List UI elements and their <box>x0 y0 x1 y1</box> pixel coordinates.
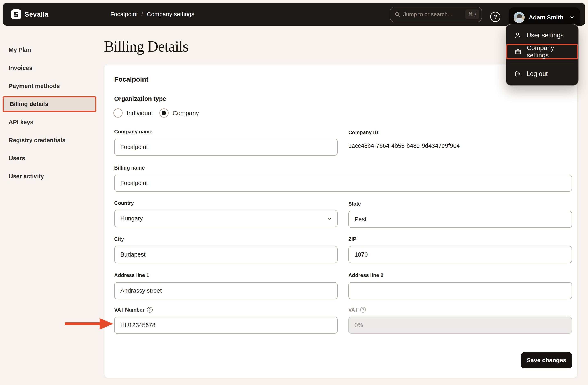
city-field-group: City <box>114 236 338 263</box>
company-id-label: Company ID <box>348 129 572 136</box>
sevalla-mark-icon <box>13 11 20 18</box>
sidebar-item-user-activity[interactable]: User activity <box>0 169 103 184</box>
radio-individual[interactable]: Individual <box>113 108 153 118</box>
state-input[interactable] <box>348 211 572 228</box>
vat-label: VAT ? <box>348 307 572 313</box>
sidebar-item-payment-methods[interactable]: Payment methods <box>0 78 103 94</box>
country-label: Country <box>114 200 338 206</box>
zip-label: ZIP <box>348 236 572 242</box>
radio-company-label: Company <box>173 110 199 116</box>
company-id-value: 1acc48b4-7664-4b55-b489-9d4347e9f904 <box>348 142 572 149</box>
vat-label-text: VAT <box>348 307 358 313</box>
sidebar-item-billing-details[interactable]: Billing details <box>3 96 96 112</box>
billing-name-input[interactable] <box>114 175 572 192</box>
search-box[interactable]: ⌘ / <box>390 7 482 22</box>
page: Sevalla Focalpoint / Company settings ⌘ … <box>0 0 588 385</box>
help-icon[interactable]: ? <box>490 12 501 22</box>
menu-divider <box>510 63 574 63</box>
breadcrumb-separator: / <box>142 11 143 18</box>
billing-name-label: Billing name <box>114 165 572 171</box>
search-input[interactable] <box>403 11 462 18</box>
menu-item-label: User settings <box>526 32 564 39</box>
sidebar-item-registry-credentials[interactable]: Registry credentials <box>0 133 103 148</box>
chevron-down-icon <box>327 216 332 222</box>
logout-icon <box>514 70 521 77</box>
user-dropdown-menu: User settings Company settings Log out <box>505 24 579 86</box>
state-field-group: State <box>348 201 572 228</box>
zip-field-group: ZIP <box>348 236 572 263</box>
sidebar: My Plan Invoices Payment methods Billing… <box>0 42 103 187</box>
help-circle-icon[interactable]: ? <box>147 307 152 313</box>
company-name-label: Company name <box>114 129 338 135</box>
search-icon <box>395 11 400 17</box>
billing-details-card: Focalpoint Organization type Individual … <box>104 64 578 378</box>
brand-name: Sevalla <box>25 10 48 18</box>
city-input[interactable] <box>114 246 338 263</box>
user-name: Adam Smith <box>529 14 565 21</box>
vat-number-field-group: VAT Number ? <box>114 307 338 334</box>
vat-number-label: VAT Number ? <box>114 307 338 313</box>
menu-item-label: Log out <box>526 70 548 78</box>
radio-individual-control[interactable] <box>113 108 123 118</box>
country-field-group: Country <box>114 200 338 227</box>
address-line-2-label: Address line 2 <box>348 272 572 278</box>
page-title: Billing Details <box>104 38 188 55</box>
radio-company-control[interactable] <box>159 108 168 118</box>
save-changes-button[interactable]: Save changes <box>521 352 572 368</box>
address-line-2-input[interactable] <box>348 282 572 299</box>
city-label: City <box>114 236 338 242</box>
breadcrumb: Focalpoint / Company settings <box>110 3 194 26</box>
company-name-input[interactable] <box>114 138 338 156</box>
vat-number-input[interactable] <box>114 317 338 334</box>
organization-type-label: Organization type <box>114 95 166 102</box>
radio-individual-label: Individual <box>127 110 153 116</box>
sidebar-item-invoices[interactable]: Invoices <box>0 60 103 76</box>
sevalla-logo-icon <box>11 9 21 19</box>
organization-type-radio-group: Individual Company <box>113 108 199 118</box>
address-line-2-field-group: Address line 2 <box>348 272 572 299</box>
brand[interactable]: Sevalla <box>11 3 48 26</box>
address-line-1-input[interactable] <box>114 282 338 299</box>
search-shortcut-badge: ⌘ / <box>465 9 479 19</box>
address-line-1-label: Address line 1 <box>114 272 338 278</box>
help-circle-icon[interactable]: ? <box>360 307 366 313</box>
sidebar-item-my-plan[interactable]: My Plan <box>0 42 103 58</box>
briefcase-icon <box>515 48 521 55</box>
breadcrumb-page[interactable]: Company settings <box>147 11 194 18</box>
country-select-value[interactable] <box>114 210 338 227</box>
menu-item-log-out[interactable]: Log out <box>506 66 578 81</box>
radio-company[interactable]: Company <box>159 108 199 118</box>
address-line-1-field-group: Address line 1 <box>114 272 338 299</box>
company-id-group: Company ID 1acc48b4-7664-4b55-b489-9d434… <box>348 129 572 149</box>
billing-name-field-group: Billing name <box>114 165 572 192</box>
chevron-down-icon <box>569 14 575 21</box>
company-name-field-group: Company name <box>114 129 338 156</box>
user-icon <box>514 32 521 39</box>
zip-input[interactable] <box>348 246 572 263</box>
topbar: Sevalla Focalpoint / Company settings ⌘ … <box>3 3 585 26</box>
state-label: State <box>348 201 572 207</box>
sidebar-item-api-keys[interactable]: API keys <box>0 114 103 130</box>
sidebar-item-users[interactable]: Users <box>0 151 103 166</box>
menu-item-label: Company settings <box>527 44 577 59</box>
avatar <box>514 12 525 23</box>
country-select[interactable] <box>114 210 338 227</box>
card-heading: Focalpoint <box>114 75 148 83</box>
breadcrumb-org[interactable]: Focalpoint <box>110 11 138 18</box>
menu-item-company-settings[interactable]: Company settings <box>506 44 578 59</box>
menu-item-user-settings[interactable]: User settings <box>506 28 578 43</box>
vat-number-label-text: VAT Number <box>114 307 145 313</box>
vat-field-group: VAT ? <box>348 307 572 334</box>
annotation-arrow <box>65 317 113 330</box>
vat-input <box>348 317 572 334</box>
